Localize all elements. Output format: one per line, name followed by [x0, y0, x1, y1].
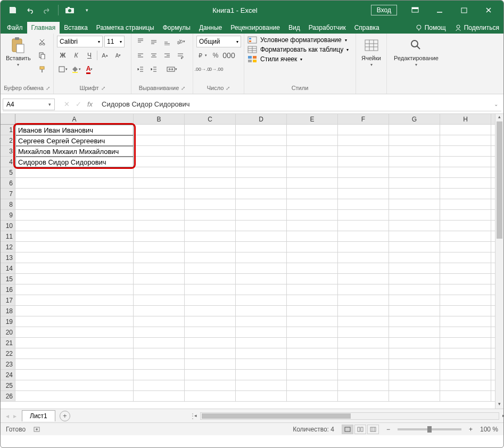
cell-B17[interactable] — [134, 295, 185, 306]
cell-G10[interactable] — [389, 221, 440, 231]
cell-B12[interactable] — [134, 242, 185, 252]
cell-B10[interactable] — [134, 221, 185, 231]
cell-E7[interactable] — [287, 189, 338, 199]
row-header-8[interactable]: 8 — [1, 199, 15, 210]
increase-font-icon[interactable]: A▴ — [99, 50, 111, 61]
cell-C13[interactable] — [185, 252, 236, 263]
row-header-19[interactable]: 19 — [1, 316, 15, 327]
cell-H10[interactable] — [440, 221, 491, 231]
align-bottom-icon[interactable] — [161, 36, 173, 47]
zoom-in-icon[interactable]: + — [469, 426, 473, 433]
cell-F7[interactable] — [338, 189, 389, 199]
col-header-A[interactable]: A — [15, 114, 134, 125]
cell-H2[interactable] — [440, 135, 491, 146]
cell-D17[interactable] — [236, 295, 287, 306]
scrollbar-thumb[interactable] — [497, 121, 502, 239]
cell-E19[interactable] — [287, 316, 338, 327]
row-header-11[interactable]: 11 — [1, 231, 15, 242]
sign-in-button[interactable]: Вход — [371, 5, 397, 15]
cell-B4[interactable] — [134, 157, 185, 167]
cell-F19[interactable] — [338, 316, 389, 327]
cell-A11[interactable] — [15, 231, 134, 242]
tab-formulas[interactable]: Формулы — [159, 22, 195, 34]
cell-A18[interactable] — [15, 306, 134, 316]
cell-G4[interactable] — [389, 157, 440, 167]
align-right-icon[interactable] — [161, 50, 173, 61]
cell-H11[interactable] — [440, 231, 491, 242]
cell-H13[interactable] — [440, 252, 491, 263]
cell-C16[interactable] — [185, 284, 236, 295]
cell-B22[interactable] — [134, 348, 185, 359]
cell-G6[interactable] — [389, 178, 440, 189]
save-icon[interactable] — [6, 3, 20, 17]
cell-A7[interactable] — [15, 189, 134, 199]
cell-E9[interactable] — [287, 210, 338, 221]
cell-E17[interactable] — [287, 295, 338, 306]
cell-D16[interactable] — [236, 284, 287, 295]
cell-D6[interactable] — [236, 178, 287, 189]
cell-C25[interactable] — [185, 380, 236, 391]
cell-A14[interactable] — [15, 263, 134, 274]
cell-F18[interactable] — [338, 306, 389, 316]
cell-E16[interactable] — [287, 284, 338, 295]
underline-button[interactable]: Ч — [84, 50, 95, 61]
cell-A24[interactable] — [15, 370, 134, 380]
cell-D15[interactable] — [236, 274, 287, 284]
cell-H18[interactable] — [440, 306, 491, 316]
cell-C17[interactable] — [185, 295, 236, 306]
cell-C1[interactable] — [185, 125, 236, 135]
col-header-D[interactable]: D — [236, 114, 287, 125]
cell-C6[interactable] — [185, 178, 236, 189]
cell-H19[interactable] — [440, 316, 491, 327]
cell-G11[interactable] — [389, 231, 440, 242]
cell-G15[interactable] — [389, 274, 440, 284]
spreadsheet-grid[interactable]: ABCDEFGHI1Иванов Иван Иванович2Сергеев С… — [1, 113, 503, 409]
row-header-26[interactable]: 26 — [1, 391, 15, 402]
cell-A26[interactable] — [15, 391, 134, 402]
row-header-14[interactable]: 14 — [1, 263, 15, 274]
cell-G22[interactable] — [389, 348, 440, 359]
cell-D22[interactable] — [236, 348, 287, 359]
cell-B13[interactable] — [134, 252, 185, 263]
cell-F8[interactable] — [338, 199, 389, 210]
cell-B16[interactable] — [134, 284, 185, 295]
cell-A21[interactable] — [15, 338, 134, 348]
formula-input[interactable]: Сидоров Сидор Сидорович — [98, 100, 491, 108]
cell-D26[interactable] — [236, 391, 287, 402]
cell-H22[interactable] — [440, 348, 491, 359]
row-header-5[interactable]: 5 — [1, 167, 15, 178]
cell-C4[interactable] — [185, 157, 236, 167]
page-layout-view-icon[interactable] — [354, 425, 366, 434]
cell-G7[interactable] — [389, 189, 440, 199]
col-header-B[interactable]: B — [134, 114, 185, 125]
cell-G9[interactable] — [389, 210, 440, 221]
decrease-decimal-icon[interactable]: .0→.00 — [210, 63, 221, 75]
sheet-next-icon[interactable]: ▸ — [13, 412, 16, 420]
minimize-icon[interactable] — [428, 2, 451, 18]
cell-G21[interactable] — [389, 338, 440, 348]
cell-A25[interactable] — [15, 380, 134, 391]
cell-H17[interactable] — [440, 295, 491, 306]
cell-B11[interactable] — [134, 231, 185, 242]
format-as-table-button[interactable]: Форматировать как таблицу▾ — [247, 45, 349, 54]
cell-G13[interactable] — [389, 252, 440, 263]
normal-view-icon[interactable] — [342, 425, 353, 434]
cell-E14[interactable] — [287, 263, 338, 274]
tab-review[interactable]: Рецензирование — [226, 22, 284, 34]
tab-insert[interactable]: Вставка — [60, 22, 92, 34]
row-header-25[interactable]: 25 — [1, 380, 15, 391]
cell-H12[interactable] — [440, 242, 491, 252]
cell-B25[interactable] — [134, 380, 185, 391]
tab-home[interactable]: Главная — [27, 22, 60, 34]
decrease-indent-icon[interactable] — [135, 63, 146, 75]
row-header-9[interactable]: 9 — [1, 210, 15, 221]
cell-D13[interactable] — [236, 252, 287, 263]
percent-icon[interactable]: % — [210, 50, 221, 61]
cell-F9[interactable] — [338, 210, 389, 221]
cell-G1[interactable] — [389, 125, 440, 135]
cell-A6[interactable] — [15, 178, 134, 189]
cell-H15[interactable] — [440, 274, 491, 284]
cell-E26[interactable] — [287, 391, 338, 402]
cell-G5[interactable] — [389, 167, 440, 178]
cell-A3[interactable]: Михайлов Михаил Михайлович — [15, 146, 134, 157]
